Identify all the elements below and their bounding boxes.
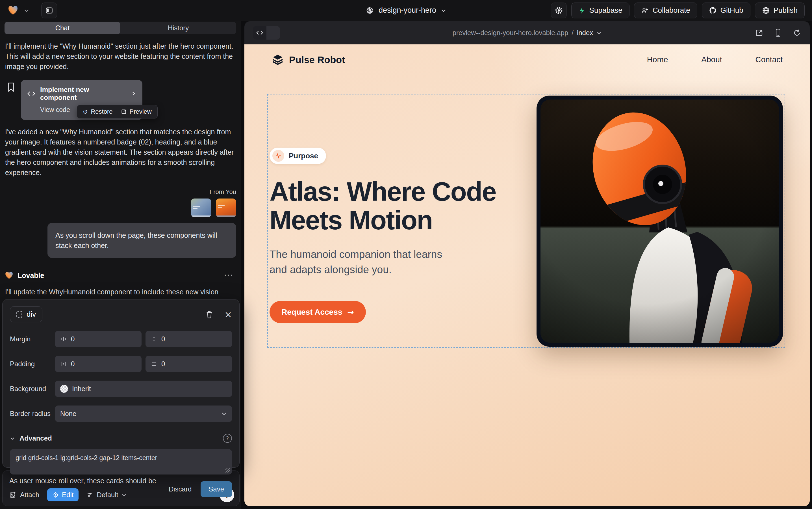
site-header: Pulse Robot Home About Contact <box>245 44 810 66</box>
border-radius-select[interactable]: None <box>55 406 232 422</box>
lovable-heart-logo[interactable] <box>7 5 19 16</box>
topbar-left <box>7 3 57 19</box>
margin-x-input[interactable]: 0 <box>55 331 142 347</box>
nav-contact[interactable]: Contact <box>755 55 783 64</box>
margin-row: Margin 0 0 <box>10 331 232 347</box>
top-bar: design-your-hero Supabase <box>0 0 812 21</box>
padding-row: Padding 0 0 <box>10 356 232 372</box>
padding-y-value: 0 <box>161 360 165 368</box>
help-icon[interactable]: ? <box>223 434 232 443</box>
padding-horizontal-icon <box>60 361 67 367</box>
preview-host: preview--design-your-hero.lovable.app <box>453 29 568 37</box>
chat-history-tabs: Chat History <box>4 22 236 34</box>
refresh-button[interactable] <box>793 29 801 37</box>
assistant-name: Lovable <box>17 271 44 280</box>
hero-heading-line2: Meets Motion <box>269 206 529 235</box>
robot-illustration <box>541 100 779 343</box>
project-switcher[interactable]: design-your-hero <box>366 6 446 15</box>
dashed-box-icon <box>16 311 22 318</box>
nav-about[interactable]: About <box>701 55 722 64</box>
preview-toolbar: preview--design-your-hero.lovable.app / … <box>245 21 810 44</box>
attachment-thumbnail-blue[interactable] <box>191 199 211 217</box>
chevron-down-icon <box>441 8 446 13</box>
restore-button[interactable]: ↺ Restore <box>83 108 112 115</box>
publish-button[interactable]: Publish <box>755 3 805 19</box>
advanced-label: Advanced <box>20 434 52 442</box>
preview-actions <box>755 29 801 37</box>
tab-chat[interactable]: Chat <box>4 22 120 34</box>
supabase-button[interactable]: Supabase <box>571 3 629 19</box>
preview-frame: preview--design-your-hero.lovable.app / … <box>245 21 810 506</box>
margin-y-value: 0 <box>161 335 165 343</box>
border-radius-value: None <box>60 410 76 418</box>
delete-element-button[interactable] <box>206 310 213 318</box>
preview-label: Preview <box>130 108 151 115</box>
padding-y-input[interactable]: 0 <box>146 356 232 372</box>
border-radius-row: Border radius None <box>10 406 232 422</box>
chevron-down-icon[interactable] <box>24 8 29 13</box>
preview-button[interactable]: Preview <box>121 108 151 115</box>
padding-x-input[interactable]: 0 <box>55 356 142 372</box>
site-nav: Home About Contact <box>647 55 783 64</box>
bookmark-icon[interactable] <box>7 82 15 120</box>
advanced-section-header[interactable]: Advanced ? <box>10 434 232 443</box>
background-label: Background <box>10 385 55 393</box>
padding-vertical-icon <box>151 361 157 367</box>
github-icon <box>709 6 717 14</box>
attachment-thumbnail-orange[interactable] <box>216 199 236 217</box>
open-in-new-tab-button[interactable] <box>755 29 764 37</box>
selected-element-chip[interactable]: div <box>10 306 42 323</box>
hero-content: Purpose Atlas: Where Code Meets Motion T… <box>269 147 529 323</box>
preview-url[interactable]: preview--design-your-hero.lovable.app / … <box>453 29 602 37</box>
purpose-badge-label: Purpose <box>289 151 318 160</box>
request-access-button[interactable]: Request Access → <box>269 301 366 323</box>
phone-icon <box>774 29 782 37</box>
site-preview: Pulse Robot Home About Contact <box>245 44 810 506</box>
background-input[interactable]: Inherit <box>55 381 232 397</box>
restore-icon: ↺ <box>83 108 88 115</box>
assistant-header: Lovable ··· <box>4 271 236 280</box>
path-separator: / <box>571 29 574 37</box>
margin-vertical-icon <box>151 336 157 342</box>
more-options-button[interactable]: ··· <box>224 273 233 278</box>
hero-robot-image <box>537 96 783 347</box>
margin-label: Margin <box>10 335 55 343</box>
component-card-wrap: Implement new component View code ↺ Rest… <box>21 80 142 120</box>
site-brand[interactable]: Pulse Robot <box>271 54 345 66</box>
save-button[interactable]: Save <box>200 481 232 497</box>
hero-heading: Atlas: Where Code Meets Motion <box>269 178 529 234</box>
version-hover-tools: ↺ Restore Preview <box>77 105 158 118</box>
element-tag: div <box>27 310 36 319</box>
github-button[interactable]: GitHub <box>702 3 750 19</box>
preview-page: index <box>577 29 593 37</box>
trash-icon <box>206 310 213 318</box>
publish-globe-icon <box>762 6 770 14</box>
supabase-label: Supabase <box>589 6 622 15</box>
add-user-icon <box>641 6 649 14</box>
close-inspector-button[interactable]: × <box>224 310 232 319</box>
robot-photo <box>541 100 779 343</box>
attachment-thumbnails <box>4 199 236 217</box>
tab-history[interactable]: History <box>120 22 236 34</box>
margin-x-value: 0 <box>71 335 75 343</box>
globe-icon <box>366 6 374 15</box>
code-toggle-segment[interactable] <box>253 26 266 40</box>
external-link-icon <box>755 29 764 37</box>
settings-button[interactable] <box>551 3 567 19</box>
assistant-message: I'll implement the "Why Humanoid" sectio… <box>5 41 236 72</box>
hero-heading-line1: Atlas: Where Code <box>269 178 529 206</box>
preview-toggle-segment[interactable] <box>266 26 280 40</box>
component-card-row: Implement new component View code ↺ Rest… <box>4 80 236 120</box>
discard-button[interactable]: Discard <box>169 485 191 493</box>
nav-home[interactable]: Home <box>647 55 668 64</box>
code-preview-toggle[interactable] <box>253 26 280 40</box>
external-link-icon <box>121 109 126 114</box>
publish-label: Publish <box>774 6 798 15</box>
mobile-view-button[interactable] <box>774 29 782 37</box>
collaborate-button[interactable]: Collaborate <box>634 3 697 19</box>
background-value: Inherit <box>72 385 91 393</box>
classes-textarea[interactable]: grid grid-cols-1 lg:grid-cols-2 gap-12 i… <box>10 449 232 475</box>
toggle-sidebar-button[interactable] <box>41 3 57 19</box>
margin-y-input[interactable]: 0 <box>146 331 232 347</box>
selected-hero-section[interactable]: Purpose Atlas: Where Code Meets Motion T… <box>267 94 785 348</box>
